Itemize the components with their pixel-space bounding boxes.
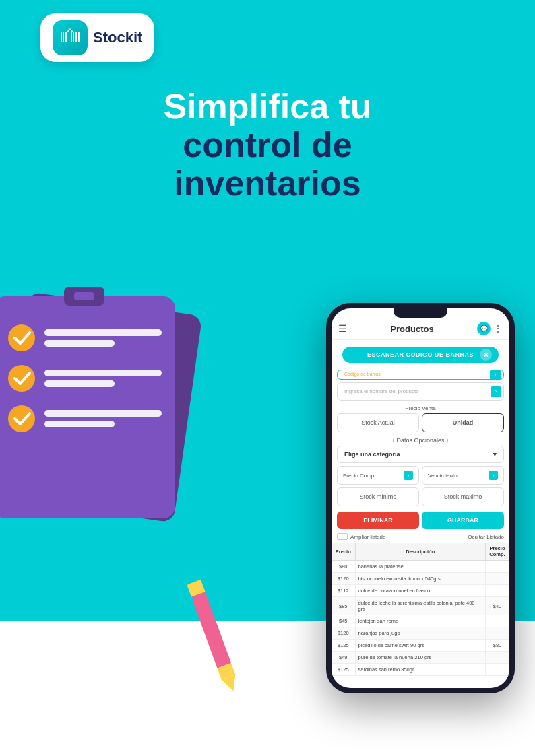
svg-rect-2 (65, 32, 67, 42)
phone-screen: ☰ Productos 💬 ⋮ ESCANEAR CODIGO DE BARRA… (332, 308, 509, 688)
barcode-arrow[interactable]: › (490, 370, 501, 380)
svg-rect-5 (73, 32, 74, 42)
stock-actual-field[interactable]: Stock Actual (337, 413, 419, 432)
svg-rect-7 (78, 32, 80, 42)
check-line (44, 410, 162, 417)
barcode-field-row: Codigo de barras › (337, 370, 504, 380)
more-options-icon[interactable]: ⋮ (493, 323, 503, 334)
cell-precio-comp (486, 561, 509, 573)
product-table: Precio Descripción Precio Comp. $80 bana… (332, 543, 509, 676)
svg-rect-1 (63, 32, 64, 42)
col-header-precio-comp: Precio Comp. (486, 543, 509, 561)
scan-button-wrapper[interactable]: ESCANEAR CODIGO DE BARRAS ✕ (332, 340, 509, 370)
product-name-field-row: Ingresa el nombre del producto › (337, 382, 504, 401)
checkmark-icon-2 (7, 364, 36, 393)
chevron-down-icon: ▾ (493, 451, 497, 458)
cell-precio: $49 (332, 652, 355, 664)
precio-vencimiento-row: Precio Comp... › Vencimiento › (337, 466, 504, 485)
action-buttons: ELIMINAR GUARDAR (332, 509, 509, 532)
logo-area: Stockit (40, 13, 154, 62)
pen-illustration (178, 576, 247, 689)
table-row[interactable]: $80 bananas la platense (332, 561, 509, 573)
stock-unidad-row: Stock Actual Unidad (337, 413, 504, 432)
table-row[interactable]: $49 pure de tomate la huerta 210 grs (332, 652, 509, 664)
check-line (44, 329, 162, 336)
category-select[interactable]: Elige una categoria ▾ (337, 446, 504, 463)
cell-precio-comp (486, 573, 509, 585)
cell-precio: $45 (332, 615, 355, 627)
cell-precio: $120 (332, 573, 355, 585)
product-list: Precio Descripción Precio Comp. $80 bana… (332, 543, 509, 676)
illustration-area (0, 289, 263, 693)
table-row[interactable]: $45 lentejon san remo (332, 615, 509, 627)
table-row[interactable]: $120 naranjas para jugo (332, 627, 509, 640)
table-row[interactable]: $85 dulce de leche la serenisima estilo … (332, 597, 509, 615)
cell-precio-comp (486, 585, 509, 597)
menu-icon[interactable]: ☰ (338, 323, 347, 334)
col-header-precio: Precio (332, 543, 355, 561)
vencimiento-arrow[interactable]: › (489, 471, 498, 480)
eliminar-button[interactable]: ELIMINAR (337, 512, 419, 529)
svg-rect-4 (71, 32, 72, 42)
cell-descripcion: pure de tomate la huerta 210 grs (355, 652, 486, 664)
cell-descripcion: naranjas para jugo (355, 627, 486, 640)
barcode-field[interactable]: Codigo de barras › (337, 370, 504, 380)
phone-notch (394, 308, 447, 318)
precio-comp-arrow[interactable]: › (404, 471, 413, 480)
cell-precio-comp (486, 615, 509, 627)
stock-minmax-row: Stock mínimo Stock maximo (337, 487, 504, 506)
headline-line1: Simplifica tu (27, 88, 508, 126)
cell-precio: $112 (332, 585, 355, 597)
stockit-logo-icon (58, 26, 82, 50)
phone-outer: ☰ Productos 💬 ⋮ ESCANEAR CODIGO DE BARRA… (326, 303, 515, 693)
cell-descripcion: bananas la platense (355, 561, 486, 573)
headline-line3: inventarios (27, 164, 508, 203)
cell-descripcion: biscochuelo exquisita limon x 540grs. (355, 573, 486, 585)
headline: Simplifica tu control de inventarios (0, 88, 535, 203)
stock-maximo-field[interactable]: Stock maximo (422, 487, 504, 506)
logo-text: Stockit (93, 29, 142, 46)
table-row[interactable]: $125 picadillo de carne swift 90 grs $80 (332, 640, 509, 652)
precio-comp-field[interactable]: Precio Comp... › (337, 466, 419, 485)
col-header-descripcion: Descripción (355, 543, 486, 561)
ampliar-toggle[interactable]: Ampliar listado (337, 533, 385, 540)
clipboard-clip (64, 287, 104, 306)
stock-minimo-field[interactable]: Stock mínimo (337, 487, 419, 506)
logo-card: Stockit (40, 13, 154, 62)
app-title: Productos (347, 324, 477, 334)
guardar-button[interactable]: GUARDAR (422, 512, 504, 529)
vencimiento-field[interactable]: Vencimiento › (422, 466, 504, 485)
product-name-arrow[interactable]: › (491, 386, 501, 397)
logo-icon (53, 20, 88, 55)
app-header: ☰ Productos 💬 ⋮ (332, 318, 509, 340)
optional-label: ↓ Datos Opcionales ↓ (337, 435, 504, 446)
cell-precio: $85 (332, 597, 355, 615)
table-row[interactable]: $120 biscochuelo exquisita limon x 540gr… (332, 573, 509, 585)
precio-venta-label: Precio Venta (337, 403, 504, 413)
table-row[interactable]: $125 sardinas san remo 350gr (332, 664, 509, 676)
scan-clear-icon[interactable]: ✕ (480, 349, 492, 361)
toggle-row: Ampliar listado Ocultar Listado (332, 532, 509, 543)
cell-precio-comp (486, 627, 509, 640)
cell-descripcion: dulce de durazno noel en frasco (355, 585, 486, 597)
cell-precio-comp (486, 652, 509, 664)
unidad-field[interactable]: Unidad (422, 413, 504, 432)
scan-barcode-button[interactable]: ESCANEAR CODIGO DE BARRAS ✕ (342, 347, 499, 363)
ampliar-checkbox[interactable] (337, 533, 348, 540)
ocultar-toggle[interactable]: Ocultar Listado (468, 533, 504, 540)
svg-point-8 (8, 324, 35, 351)
svg-rect-3 (69, 32, 69, 42)
check-line (44, 421, 115, 427)
svg-point-10 (8, 405, 35, 432)
cell-descripcion: picadillo de carne swift 90 grs (355, 640, 486, 652)
headline-line2: control de (27, 126, 508, 164)
cell-descripcion: lentejon san remo (355, 615, 486, 627)
check-line (44, 340, 115, 347)
table-row[interactable]: $112 dulce de durazno noel en frasco (332, 585, 509, 597)
cell-precio-comp: $80 (486, 640, 509, 652)
phone-mockup: ☰ Productos 💬 ⋮ ESCANEAR CODIGO DE BARRA… (326, 303, 515, 693)
product-name-field[interactable]: Ingresa el nombre del producto (337, 382, 504, 401)
cell-descripcion: sardinas san remo 350gr (355, 664, 486, 676)
whatsapp-icon[interactable]: 💬 (477, 322, 491, 335)
clipboard-main (0, 296, 175, 518)
